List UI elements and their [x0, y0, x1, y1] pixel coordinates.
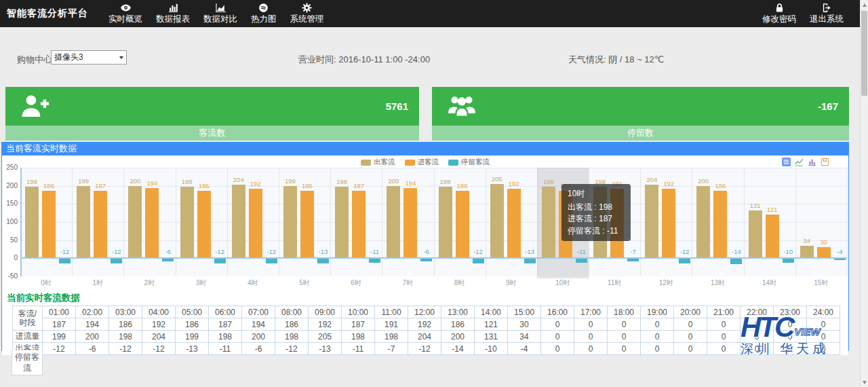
bar-停留客流-5时[interactable]: [317, 259, 329, 263]
lock-icon: [774, 2, 785, 14]
bar-停留客流-14时[interactable]: [783, 259, 794, 262]
time-column-header: 12:00: [408, 306, 441, 318]
x-axis-tick-label: 8时: [434, 278, 486, 288]
person-plus-icon: [20, 94, 50, 119]
time-column-header: 05:00: [176, 306, 209, 318]
table-cell: 186: [109, 318, 142, 331]
tooltip-line: 进客流 : 187: [568, 213, 625, 225]
gridline-v: [795, 168, 796, 276]
bar-停留客流-8时[interactable]: [473, 259, 484, 263]
bar-停留客流-11时[interactable]: [627, 259, 639, 261]
logo-brand-suffix: VIEW: [794, 325, 820, 339]
bar-停留客流-3时[interactable]: [214, 259, 226, 263]
scroll-down-arrow-icon[interactable]: [861, 377, 868, 387]
bar-value-label: -12: [102, 248, 132, 255]
time-column-header: 02:00: [76, 306, 109, 318]
legend-item[interactable]: 停留客流: [448, 158, 490, 167]
tooltip-title: 10时: [568, 188, 625, 200]
passenger-flow-card: 5761 客流数: [5, 87, 419, 141]
table-cell: 198: [275, 331, 309, 343]
nav-item-reports[interactable]: 数据报表: [149, 0, 197, 27]
nav-item-compare[interactable]: 数据对比: [197, 0, 244, 27]
time-column-header: 09:00: [309, 306, 342, 318]
bar-出客流-7时[interactable]: [387, 186, 400, 259]
bar-停留客流-7时[interactable]: [420, 259, 432, 261]
table-cell: -14: [441, 343, 475, 355]
business-hours-text: 营业时间: 2016-10-11 1:00 -24:00: [298, 54, 430, 66]
bar-value-label: -12: [205, 248, 235, 255]
bar-停留客流-9时[interactable]: [524, 259, 536, 263]
realtime-panel: 当前客流实时数据 出客流进客流停留客流 19819920019820419919…: [1, 143, 849, 351]
nav-item-label: 数据对比: [203, 14, 237, 25]
nav-item-overview[interactable]: 实时概览: [102, 0, 149, 27]
table-cell: 0: [608, 331, 641, 343]
x-axis-tick-label: 0时: [20, 278, 72, 288]
bar-停留客流-0时[interactable]: [59, 259, 71, 263]
table-row: 1871941861921861871941861921871911921861…: [13, 318, 840, 331]
stay-count-card: -167 停留数: [432, 87, 849, 141]
table-cell: -12: [142, 343, 176, 355]
bar-value-label: 187: [85, 182, 115, 189]
bar-停留客流-10时[interactable]: [576, 259, 587, 263]
table-cell: -12: [109, 343, 142, 355]
nav-action-logout[interactable]: 退出系统: [803, 0, 850, 27]
table-cell: -12: [275, 343, 309, 355]
bar-停留客流-13时[interactable]: [730, 259, 742, 263]
legend-label: 出客流: [374, 158, 395, 167]
bar-出客流-9时[interactable]: [490, 184, 504, 258]
time-column-header: 11:00: [375, 306, 408, 318]
x-axis-tick-label: 12时: [640, 278, 692, 288]
bar-出客流-2时[interactable]: [128, 186, 142, 259]
camera-select[interactable]: 摄像头3: [51, 50, 127, 64]
scroll-up-arrow-icon[interactable]: [861, 0, 868, 10]
scrollbar-thumb[interactable]: [861, 11, 867, 96]
bar-出客流-13时[interactable]: [696, 186, 710, 259]
table-cell: 0: [574, 331, 608, 343]
legend-swatch: [361, 160, 371, 166]
stay-count-value: -167: [818, 100, 838, 112]
bar-停留客流-2时[interactable]: [162, 259, 174, 261]
legend-item[interactable]: 出客流: [361, 158, 395, 167]
bar-停留客流-12时[interactable]: [679, 259, 690, 263]
bar-出客流-4时[interactable]: [232, 185, 245, 259]
weather-text: 天气情况: 阴 / 18 ~ 12℃: [568, 54, 664, 66]
table-cell: 121: [475, 318, 508, 331]
table-cell: 198: [375, 331, 408, 343]
nav-item-system[interactable]: 系统管理: [283, 0, 331, 27]
x-axis-tick-label: 2时: [123, 278, 175, 288]
table-cell: -12: [43, 343, 76, 355]
table-cell: 0: [707, 343, 741, 355]
bar-停留客流-15时[interactable]: [834, 259, 846, 260]
table-cell: -10: [475, 343, 508, 355]
bar-停留客流-1时[interactable]: [111, 259, 122, 263]
table-cell: 0: [541, 343, 574, 355]
nav-item-heatmap[interactable]: 热力图: [244, 0, 283, 27]
table-cell: 194: [76, 318, 109, 331]
time-column-header: 10:00: [342, 306, 375, 318]
tooltip-line: 停留客流 : -11: [568, 225, 625, 238]
bar-value-label: 192: [654, 180, 684, 187]
people-group-icon: [447, 94, 477, 119]
bar-出客流-12时[interactable]: [645, 185, 658, 259]
nav-item-label: 热力图: [251, 14, 277, 25]
table-title: 当前实时客流数据: [2, 290, 848, 306]
nav-action-change-password[interactable]: 修改密码: [755, 0, 803, 27]
legend-item[interactable]: 进客流: [405, 158, 439, 167]
table-cell: 131: [475, 331, 508, 343]
bar-value-label: -12: [463, 248, 493, 255]
bar-停留客流-4时[interactable]: [266, 259, 277, 263]
vertical-scrollbar[interactable]: [860, 0, 868, 387]
table-cell: -13: [309, 343, 342, 355]
x-axis-line: [20, 257, 847, 259]
chart-plot-area[interactable]: 1981992001982041991982001982051981982042…: [20, 168, 847, 276]
table-corner-label: 客流/ 时段: [13, 306, 43, 331]
x-axis-tick-label: 5时: [279, 278, 330, 288]
bar-value-label: 187: [344, 182, 374, 189]
realtime-flow-chart[interactable]: 出客流进客流停留客流 19819920019820419919820019820…: [2, 155, 848, 290]
table-row-label: 进流量: [13, 331, 43, 343]
bar-出客流-0时[interactable]: [25, 187, 39, 259]
bar-value-label: 192: [499, 180, 529, 187]
bar-value-label: 186: [34, 182, 64, 189]
bar-停留客流-6时[interactable]: [369, 259, 380, 263]
nav-item-label: 实时概览: [108, 14, 142, 25]
